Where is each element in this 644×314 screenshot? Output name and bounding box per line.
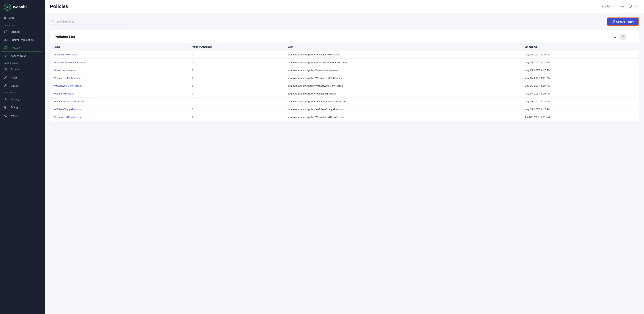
policy-arn-cell: arn:aws:iam::aws:policy/WasabiWriteOnlyA…: [285, 82, 521, 90]
list-view-button[interactable]: [620, 34, 626, 40]
replication-icon: [4, 38, 8, 42]
help-icon: [620, 5, 624, 8]
filter-button[interactable]: [628, 34, 634, 40]
policy-created-cell: May 15, 2017, 8:27 AM: [521, 106, 638, 113]
table-row: IAMUserChangePassword 0 arn:aws:iam::aws…: [50, 106, 638, 113]
policy-attached-cell: 0: [188, 59, 285, 66]
svg-point-15: [622, 7, 622, 7]
table-row: AmazonS3FullAccess 0 arn:aws:iam::aws:po…: [50, 51, 638, 59]
policy-arn-cell: arn:aws:iam::aws:policy/WasabiAdministra…: [285, 98, 521, 106]
groups-icon: [4, 67, 8, 71]
policy-name-cell[interactable]: WasabiFullAccess: [50, 90, 188, 98]
svg-rect-23: [622, 37, 624, 38]
policy-name-cell[interactable]: AdministratorAccess: [50, 66, 188, 74]
wasabi-logo-icon: [4, 3, 11, 11]
sidebar-item-users-label: Users: [10, 84, 18, 87]
create-policy-icon: [612, 20, 615, 23]
search-input[interactable]: [56, 20, 126, 23]
menu-button[interactable]: ☰ Menu: [0, 14, 45, 22]
policy-created-cell: May 15, 2017, 8:27 AM: [521, 51, 638, 59]
users-icon: [4, 84, 8, 88]
content-area: Create Policy Policies List: [45, 13, 644, 314]
policy-arn-cell: arn:aws:iam::aws:policy/IAMUserChangePas…: [285, 106, 521, 113]
policy-attached-cell: 0: [188, 51, 285, 59]
table-row: WasabiAdministratorAccess 0 arn:aws:iam:…: [50, 98, 638, 106]
policy-attached-cell: 0: [188, 66, 285, 74]
col-attached: Number Attached: [188, 43, 285, 51]
sidebar-item-bucket-replication-label: Bucket Replication: [10, 38, 34, 41]
policy-name-cell[interactable]: AmazonS3FullAccess: [50, 51, 188, 59]
policy-arn-cell: arn:aws:iam::aws:policy/WasabiFullAccess: [285, 90, 521, 98]
sidebar: wasabi ☰ Menu Data Access Buckets Bucket…: [0, 0, 45, 314]
policy-attached-cell: 0: [188, 106, 285, 113]
sidebar-item-groups[interactable]: Groups: [0, 65, 45, 73]
logo-text: wasabi: [13, 5, 27, 9]
policy-created-cell: May 15, 2017, 8:27 AM: [521, 66, 638, 74]
sidebar-item-roles-label: Roles: [10, 76, 18, 79]
sidebar-item-access-keys-label: Access Keys: [10, 54, 26, 57]
policy-name-cell[interactable]: AmazonS3ReadOnlyAccess: [50, 59, 188, 66]
policy-name-cell[interactable]: WasabiReadOnlyAccess: [50, 74, 188, 82]
compact-view-button[interactable]: [612, 34, 618, 40]
menu-label: Menu: [8, 16, 16, 19]
policy-arn-cell: arn:aws:iam::aws:policy/WasabiReadOnlyAc…: [285, 74, 521, 82]
sidebar-item-policies[interactable]: Policies: [2, 44, 43, 52]
sidebar-item-billing[interactable]: Billing: [0, 103, 45, 111]
svg-point-17: [52, 20, 54, 22]
actions-row: Create Policy: [50, 17, 639, 26]
chevron-down-small-icon: [634, 5, 636, 7]
policy-attached-cell: 0: [188, 90, 285, 98]
roles-icon: [4, 75, 8, 79]
col-name: Name: [50, 43, 188, 51]
section-label-users-groups: Users & Groups: [0, 60, 45, 65]
language-label: English: [602, 5, 610, 8]
topbar-right: English: [599, 3, 639, 10]
policy-name-cell[interactable]: WasabiWriteOnlyAccess: [50, 82, 188, 90]
help-button[interactable]: [619, 3, 625, 10]
create-policy-button[interactable]: Create Policy: [607, 17, 639, 26]
policy-created-cell: May 15, 2017, 8:27 AM: [521, 82, 638, 90]
policy-created-cell: May 15, 2017, 8:27 AM: [521, 90, 638, 98]
svg-point-5: [5, 55, 6, 57]
sidebar-item-support-label: Support: [10, 114, 20, 117]
sidebar-item-roles[interactable]: Roles: [0, 73, 45, 81]
search-wrap: [50, 19, 128, 25]
sidebar-item-access-keys[interactable]: Access Keys: [0, 52, 45, 60]
search-icon: [52, 20, 55, 23]
table-row: WasabiViewBillingAccess 0 arn:aws:iam::a…: [50, 113, 638, 121]
table-header-row: Name Number Attached ARN Created On: [50, 43, 638, 51]
sidebar-item-users[interactable]: Users: [0, 81, 45, 90]
policies-list-card: Policies List Name: [50, 30, 639, 121]
sidebar-item-settings[interactable]: Settings: [0, 95, 45, 103]
policy-arn-cell: arn:aws:iam::aws:policy/AdministratorAcc…: [285, 66, 521, 74]
sidebar-item-groups-label: Groups: [10, 68, 20, 71]
policy-name-cell[interactable]: WasabiAdministratorAccess: [50, 98, 188, 106]
policy-attached-cell: 0: [188, 82, 285, 90]
svg-point-13: [6, 116, 6, 116]
svg-rect-2: [4, 39, 6, 41]
bucket-icon: [4, 29, 8, 34]
svg-rect-21: [614, 37, 616, 38]
topbar: Policies English: [45, 0, 644, 13]
sidebar-item-bucket-replication[interactable]: Bucket Replication: [0, 36, 45, 44]
sidebar-item-buckets-label: Buckets: [10, 30, 20, 33]
svg-point-10: [6, 99, 6, 100]
policy-name-cell[interactable]: IAMUserChangePassword: [50, 106, 188, 113]
view-icons: [612, 34, 634, 40]
sidebar-item-buckets[interactable]: Buckets: [0, 27, 45, 36]
svg-rect-19: [614, 36, 616, 36]
policy-name-cell[interactable]: WasabiViewBillingAccess: [50, 113, 188, 121]
section-label-data-access: Data Access: [0, 22, 45, 27]
create-policy-label: Create Policy: [616, 20, 634, 23]
sidebar-item-support[interactable]: Support: [0, 111, 45, 119]
policy-attached-cell: 0: [188, 98, 285, 106]
account-button[interactable]: [628, 4, 639, 9]
support-icon: [4, 113, 8, 117]
policy-arn-cell: arn:aws:iam::aws:policy/AmazonS3ReadOnly…: [285, 59, 521, 66]
main-content: Policies English: [45, 0, 644, 314]
language-selector[interactable]: English: [599, 4, 616, 9]
sidebar-item-settings-label: Settings: [10, 98, 20, 101]
svg-rect-22: [622, 36, 624, 37]
policies-list-title: Policies List: [54, 35, 75, 39]
policies-table: Name Number Attached ARN Created On Amaz…: [50, 43, 638, 121]
